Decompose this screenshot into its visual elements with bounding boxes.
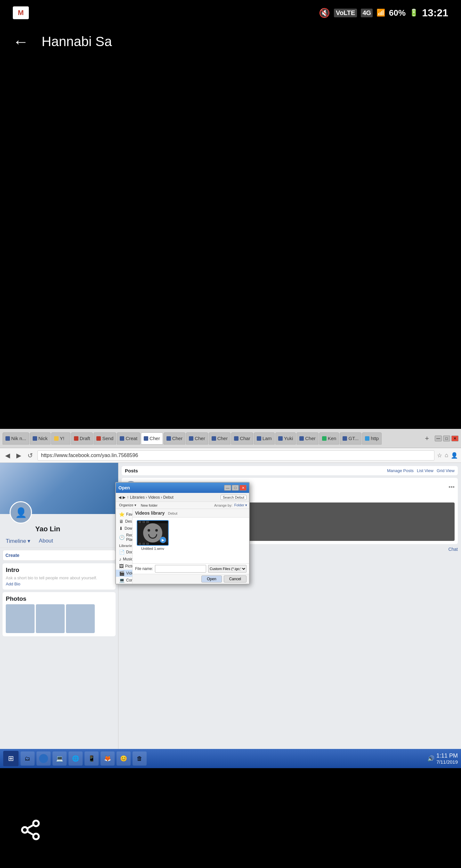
nav-fwd-btn[interactable]: ▶ <box>123 495 125 500</box>
tab-favicon-0 <box>5 436 10 441</box>
start-button[interactable]: ⊞ <box>3 751 19 766</box>
tab-8[interactable]: Cher <box>186 432 208 444</box>
home-icon[interactable]: ⌂ <box>445 452 448 459</box>
tab-9[interactable]: Cher <box>209 432 231 444</box>
taskbar-btn-4[interactable]: 🗑 <box>132 751 147 766</box>
share-icon[interactable] <box>19 819 42 841</box>
tab-2[interactable]: Y! <box>51 432 70 444</box>
sidebar-pictures[interactable]: 🖼 Pictures <box>116 563 132 570</box>
file-item-untitled[interactable]: ▶ Untitled 1.wmv <box>135 520 170 551</box>
taskbar-btn-3[interactable]: 😊 <box>117 751 131 766</box>
tab-10[interactable]: Char <box>231 432 253 444</box>
fb-nav-about[interactable]: About <box>36 536 55 546</box>
speaker-icon[interactable]: 🔊 <box>427 755 434 762</box>
nav-back-btn[interactable]: ◀ <box>119 495 121 500</box>
sidebar-videos[interactable]: 🎬 Videos <box>116 570 132 577</box>
photo-thumb-3[interactable] <box>66 604 95 633</box>
photo-thumb-2[interactable] <box>36 604 65 633</box>
desktop-icon: 🖥 <box>119 519 124 524</box>
play-button-overlay[interactable]: ▶ <box>160 537 166 543</box>
sidebar-desktop-label: Desktop <box>125 519 132 524</box>
share-icon-container[interactable] <box>19 819 42 842</box>
forward-nav-button[interactable]: ▶ <box>14 451 23 460</box>
organize-button[interactable]: Organize ▾ <box>118 502 137 508</box>
sidebar-computer[interactable]: 💻 Computer <box>116 577 132 584</box>
nav-up-btn[interactable]: ↑ <box>127 495 129 500</box>
tab-7[interactable]: Cher <box>163 432 186 444</box>
taskbar-system-tray: 🔊 1:11 PM 7/11/2019 <box>427 752 458 765</box>
tab-favicon-3 <box>74 436 79 441</box>
tab-label-11: Lam <box>263 436 272 441</box>
list-view-link[interactable]: List View <box>417 468 433 473</box>
maximize-button[interactable]: □ <box>443 436 450 441</box>
music-icon: ♪ <box>119 557 121 562</box>
window-controls: — □ ✕ <box>435 436 458 441</box>
sidebar-downloads-label: Downloads <box>125 526 132 531</box>
fb-profile-name: Yao Lin <box>35 525 60 533</box>
tab-favicon-2 <box>54 436 59 441</box>
fb-posts-bar: Posts Manage Posts List View Grid View <box>122 466 458 475</box>
screenshot-area: Nik n... Nick Y! Draft Send Creat <box>0 429 461 768</box>
address-bar-row: ◀ ▶ ↺ https://www.facebook.com/yao.lin.7… <box>0 448 461 463</box>
sidebar-favorites[interactable]: ⭐ Favorites <box>116 511 132 518</box>
4g-badge: 4G <box>361 9 373 17</box>
sidebar-documents[interactable]: 📄 Documents <box>116 549 132 556</box>
video-area <box>0 58 461 429</box>
taskbar-skype-btn[interactable]: 📱 <box>85 751 99 766</box>
tab-12[interactable]: Yuki <box>275 432 296 444</box>
taskbar-btn-1[interactable] <box>36 751 51 766</box>
tab-15[interactable]: GT... <box>340 432 362 444</box>
cancel-button[interactable]: Cancel <box>224 576 247 583</box>
sidebar-music-label: Music <box>123 557 132 561</box>
path-text: Libraries › Videos › Debut <box>130 495 174 500</box>
tab-1[interactable]: Nick <box>30 432 51 444</box>
tab-14[interactable]: Ken <box>319 432 339 444</box>
sidebar-recent-places[interactable]: 🕐 Recent Places <box>116 532 132 543</box>
sidebar-recent-label: Recent Places <box>126 533 132 542</box>
filename-section: File name: Custom Files (*.igo;*.avi;*.m… <box>132 563 249 574</box>
address-bar[interactable]: https://www.facebook.com/yao.lin.7568596 <box>37 450 434 461</box>
manage-posts-link[interactable]: Manage Posts <box>387 468 413 473</box>
new-tab-button[interactable]: + <box>423 434 431 443</box>
back-nav-button[interactable]: ◀ <box>3 451 12 460</box>
dialog-minimize-btn[interactable]: — <box>224 485 231 491</box>
tab-5[interactable]: Creat <box>117 432 140 444</box>
sidebar-downloads[interactable]: ⬇ Downloads <box>116 525 132 532</box>
add-bio-link[interactable]: Add Bio <box>6 582 112 586</box>
minimize-button[interactable]: — <box>435 436 442 441</box>
back-button[interactable]: ← <box>13 32 29 51</box>
tab-3[interactable]: Draft <box>71 432 93 444</box>
refresh-button[interactable]: ↺ <box>26 451 35 460</box>
new-folder-button[interactable]: New folder <box>140 503 159 508</box>
fb-nav-timeline[interactable]: Timeline ▾ <box>3 536 33 546</box>
grid-view-link[interactable]: Grid View <box>437 468 455 473</box>
dialog-close-btn[interactable]: ✕ <box>240 485 247 491</box>
svg-line-4 <box>27 825 34 829</box>
star-icon[interactable]: ☆ <box>437 452 442 459</box>
sidebar-music[interactable]: ♪ Music <box>116 556 132 563</box>
taskbar-explorer-btn[interactable]: 🗂 <box>21 751 35 766</box>
tab-16[interactable]: http <box>362 432 381 444</box>
filetype-select[interactable]: Custom Files (*.igo;*.avi;*.mp4 <box>208 565 247 572</box>
photo-thumb-1[interactable] <box>6 604 35 633</box>
tab-11[interactable]: Lam <box>254 432 275 444</box>
close-button[interactable]: ✕ <box>452 436 458 441</box>
taskbar-chrome-btn[interactable]: 🌐 <box>68 751 83 766</box>
filename-input[interactable] <box>155 565 206 572</box>
videos-icon: 🎬 <box>119 571 125 576</box>
taskbar-firefox-btn[interactable]: 🦊 <box>100 751 115 766</box>
tab-13[interactable]: Cher <box>297 432 318 444</box>
browser-tabs-bar: Nik n... Nick Y! Draft Send Creat <box>0 429 461 448</box>
post-options-icon[interactable]: ••• <box>449 484 455 491</box>
search-box[interactable]: Search Debut <box>221 495 247 500</box>
tab-label-12: Yuki <box>284 436 293 441</box>
taskbar-btn-2[interactable]: 💻 <box>53 751 67 766</box>
user-avatar-icon[interactable]: 👤 <box>451 452 458 459</box>
arrange-by-value[interactable]: Folder ▾ <box>234 503 247 507</box>
tab-4[interactable]: Send <box>93 432 116 444</box>
dialog-maximize-btn[interactable]: □ <box>232 485 239 491</box>
tab-6[interactable]: Cher <box>141 432 163 444</box>
open-button[interactable]: Open <box>202 576 221 583</box>
tab-0[interactable]: Nik n... <box>3 432 29 444</box>
sidebar-desktop[interactable]: 🖥 Desktop <box>116 518 132 525</box>
